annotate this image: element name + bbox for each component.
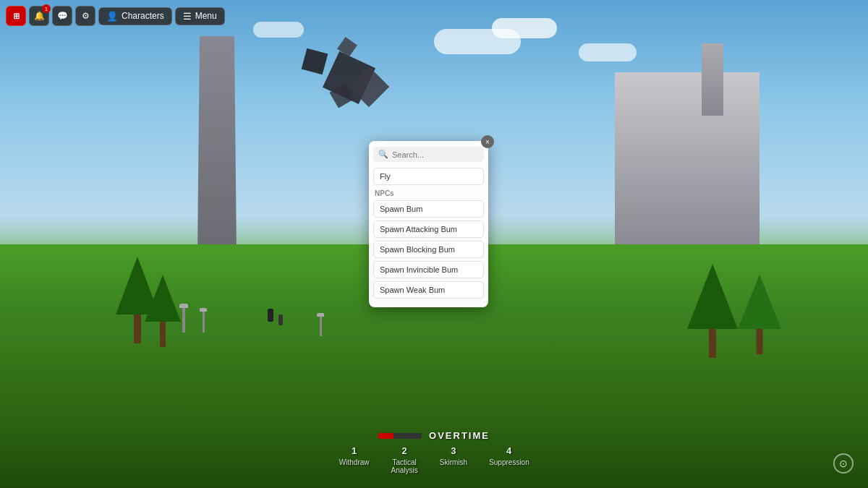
slot-4[interactable]: 4 Suppression (489, 445, 529, 466)
chat-button[interactable]: 💬 (52, 6, 72, 26)
toolbar: ⊞ 🔔 1 💬 ⚙ 👤 Characters ☰ Menu (6, 6, 225, 26)
npc-distant-1 (268, 309, 273, 322)
cloud-4 (253, 22, 304, 38)
close-icon: × (485, 138, 490, 146)
spawn-invincible-bum-button[interactable]: Spawn Invincible Bum (373, 261, 484, 278)
characters-label: Characters (122, 11, 164, 21)
settings-button[interactable]: ⚙ (75, 6, 95, 26)
slot-3-number: 3 (451, 445, 456, 456)
menu-label: Menu (195, 11, 217, 21)
menu-icon: ☰ (183, 11, 192, 22)
spawn-blocking-bum-button[interactable]: Spawn Blocking Bum (373, 241, 484, 258)
spawn-attacking-bum-button[interactable]: Spawn Attacking Bum (373, 221, 484, 238)
cloud-3 (579, 43, 637, 61)
slot-2-label: TacticalAnalysis (391, 458, 418, 474)
building-right (615, 72, 760, 253)
spawn-bum-button[interactable]: Spawn Bum (373, 200, 484, 218)
slot-1-label: Withdraw (339, 458, 370, 466)
npc-distant-2 (278, 314, 283, 325)
person-icon: 👤 (106, 11, 118, 22)
chat-icon: 💬 (57, 11, 68, 21)
cloud-2 (492, 18, 557, 38)
characters-tab[interactable]: 👤 Characters (98, 7, 172, 25)
slot-2[interactable]: 2 TacticalAnalysis (391, 445, 418, 474)
overtime-fill (378, 433, 393, 439)
menu-tab[interactable]: ☰ Menu (175, 7, 225, 25)
building-tower-right (702, 43, 723, 116)
slot-4-label: Suppression (489, 458, 529, 466)
action-slots: 1 Withdraw 2 TacticalAnalysis 3 Skirmish… (339, 445, 529, 474)
notification-button[interactable]: 🔔 1 (29, 6, 49, 26)
lamp-post-1 (182, 307, 185, 333)
building-tower-center (195, 36, 239, 253)
npcs-section-label: NPCs (373, 188, 484, 200)
overtime-progress-bar (378, 433, 422, 439)
lamp-post-2 (203, 311, 205, 333)
lamp-post-3 (320, 316, 322, 336)
notification-icon: 🔔 (34, 11, 45, 21)
tree-left-2 (145, 275, 181, 347)
search-icon: 🔍 (378, 150, 388, 159)
search-bar[interactable]: 🔍 (373, 147, 484, 162)
fly-button[interactable]: Fly (373, 168, 484, 185)
roblox-logo-button[interactable]: ⊞ (6, 6, 26, 26)
slot-1[interactable]: 1 Withdraw (339, 445, 370, 466)
overtime-label: OVERTIME (429, 430, 490, 441)
search-input[interactable] (392, 150, 479, 159)
slot-3[interactable]: 3 Skirmish (440, 445, 467, 466)
tree-right-2 (738, 275, 781, 354)
slot-1-number: 1 (352, 445, 357, 456)
slot-2-number: 2 (402, 445, 407, 456)
close-button[interactable]: × (481, 135, 494, 148)
command-menu: × 🔍 Fly NPCs Spawn Bum Spawn Attacking B… (369, 141, 488, 307)
settings-icon: ⚙ (82, 11, 90, 21)
slot-3-label: Skirmish (440, 458, 467, 466)
tree-right-1 (687, 264, 738, 358)
notification-badge: 1 (42, 4, 51, 13)
roblox-logo-icon: ⊞ (13, 12, 20, 21)
bottom-hud: OVERTIME 1 Withdraw 2 TacticalAnalysis 3… (0, 430, 868, 488)
slot-4-number: 4 (506, 445, 511, 456)
spawn-weak-bum-button[interactable]: Spawn Weak Bum (373, 281, 484, 299)
overtime-bar: OVERTIME (378, 430, 490, 441)
